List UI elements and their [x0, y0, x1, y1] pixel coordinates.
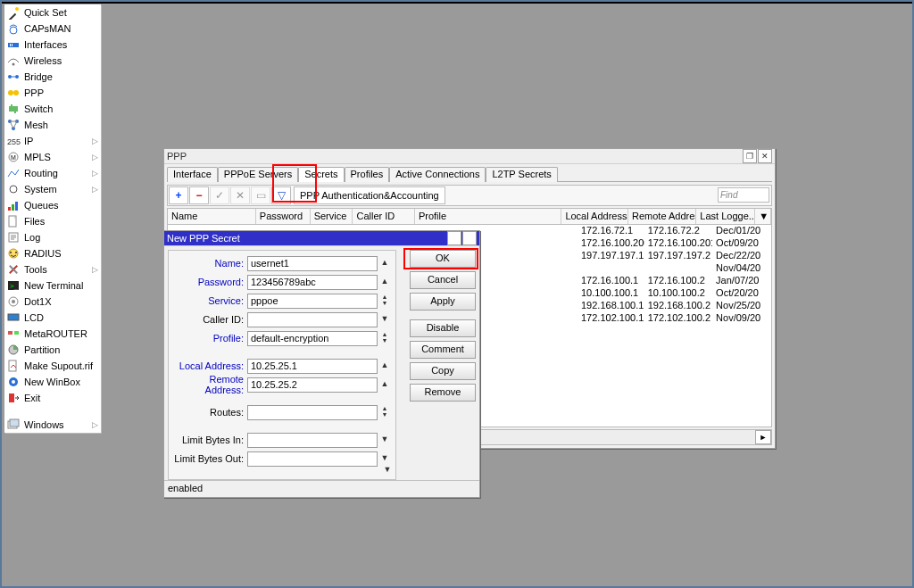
cell-local-address: 172.16.72.1	[577, 225, 644, 237]
tab-active-connections[interactable]: Active Connections	[389, 167, 486, 182]
limit-bytes-out-label: Limit Bytes Out:	[174, 453, 247, 464]
sidebar-item-switch[interactable]: Switch	[4, 101, 101, 117]
sidebar-item-ppp[interactable]: PPP	[4, 85, 101, 101]
chevron-right-icon: ▷	[92, 153, 98, 161]
callerid-toggle-icon[interactable]: ▼	[379, 313, 390, 326]
dialog-close-button[interactable]: ✕	[462, 231, 477, 245]
restore-button[interactable]: ❐	[743, 149, 757, 163]
cell-last-logged: Nov/04/20	[712, 262, 771, 275]
ppp-auth-accounting-button[interactable]: PPP Authentication&Accounting	[294, 186, 445, 204]
secrets-table-header[interactable]: NamePasswordServiceCaller IDProfileLocal…	[167, 208, 772, 225]
tab-profiles[interactable]: Profiles	[345, 167, 390, 182]
remote-address-input[interactable]	[247, 377, 378, 393]
remote-toggle-icon[interactable]: ▲	[379, 378, 390, 391]
column-header-service[interactable]: Service	[311, 209, 353, 224]
sort-indicator-icon[interactable]: ▼	[755, 209, 771, 224]
disable-button[interactable]: ✕	[230, 186, 250, 204]
routes-input[interactable]	[247, 405, 378, 420]
sidebar-item-make-supout-rif[interactable]: Make Supout.rif	[4, 358, 101, 374]
sidebar-item-ip[interactable]: 255IP▷	[4, 133, 101, 149]
lbout-toggle-icon[interactable]: ▼	[379, 452, 390, 465]
service-down-icon[interactable]: ▼	[379, 301, 390, 307]
scroll-right-button[interactable]: ►	[755, 430, 771, 444]
column-header-password[interactable]: Password	[256, 209, 311, 224]
tab-interface[interactable]: Interface	[167, 167, 218, 182]
column-header-caller-id[interactable]: Caller ID	[353, 209, 414, 224]
sidebar-item-log[interactable]: Log	[4, 229, 101, 245]
sidebar-item-system[interactable]: System▷	[4, 181, 101, 197]
copy-button[interactable]: Copy	[410, 362, 476, 380]
sidebar-item-label: Windows	[24, 419, 64, 430]
sidebar-item-lcd[interactable]: LCD	[4, 310, 101, 326]
sidebar-item-new-terminal[interactable]: >_New Terminal	[4, 277, 101, 294]
sidebar-item-interfaces[interactable]: Interfaces	[4, 37, 101, 53]
sidebar-item-radius[interactable]: RADIUS	[4, 245, 101, 261]
cell-remote-address: 172.102.100.2	[644, 312, 712, 325]
sidebar-item-windows[interactable]: Windows▷	[4, 417, 101, 433]
part-icon	[6, 343, 21, 357]
sidebar-item-mesh[interactable]: Mesh	[4, 117, 101, 133]
tab-secrets[interactable]: Secrets	[298, 167, 344, 182]
dialog-restore-button[interactable]: ❐	[447, 231, 461, 245]
column-header-profile[interactable]: Profile	[415, 209, 561, 224]
sidebar-item-exit[interactable]: Exit	[4, 390, 101, 406]
name-input[interactable]	[247, 256, 378, 271]
remove-button[interactable]: −	[189, 186, 209, 204]
sidebar-item-files[interactable]: Files	[4, 213, 101, 229]
callerid-input[interactable]	[247, 312, 378, 327]
name-dropdown-icon[interactable]: ▲	[379, 257, 390, 269]
tab-l2tp-secrets[interactable]: L2TP Secrets	[486, 167, 557, 182]
column-header-name[interactable]: Name	[168, 209, 256, 224]
scroll-down-icon[interactable]: ▼	[382, 464, 393, 476]
filter-button[interactable]: ▽	[271, 186, 291, 204]
ppp-window-title: PPP	[167, 151, 187, 161]
mesh-icon	[6, 118, 21, 132]
close-button[interactable]: ✕	[758, 149, 772, 163]
sidebar-item-wireless[interactable]: Wireless	[4, 53, 101, 69]
cell-remote-address: 172.16.100.2	[644, 275, 712, 287]
windows-icon	[6, 418, 21, 432]
disable-button[interactable]: Disable	[410, 319, 476, 337]
limit-bytes-out-input[interactable]	[247, 451, 378, 467]
sidebar-item-tools[interactable]: Tools▷	[4, 261, 101, 277]
tab-pppoe-servers[interactable]: PPPoE Servers	[218, 167, 298, 182]
chevron-right-icon: ▷	[92, 265, 98, 274]
local-toggle-icon[interactable]: ▲	[379, 360, 390, 372]
apply-button[interactable]: Apply	[410, 293, 476, 311]
sidebar-item-metarouter[interactable]: MetaROUTER	[4, 326, 101, 342]
sidebar-item-routing[interactable]: Routing▷	[4, 165, 101, 181]
column-header-local-address[interactable]: Local Address	[561, 209, 628, 224]
remove-button[interactable]: Remove	[410, 384, 476, 402]
dialog-titlebar[interactable]: New PPP Secret ❐ ✕	[164, 231, 479, 246]
svg-point-8	[15, 75, 19, 79]
find-field[interactable]: Find	[718, 187, 769, 203]
password-input[interactable]	[247, 275, 378, 290]
routes-down-icon[interactable]: ▼	[379, 412, 390, 418]
comment-button[interactable]: Comment	[410, 341, 476, 359]
profile-input[interactable]	[247, 331, 378, 346]
sidebar-item-queues[interactable]: Queues	[4, 197, 101, 213]
sidebar-item-new-winbox[interactable]: New WinBox	[4, 374, 101, 390]
sidebar-item-quick-set[interactable]: Quick Set	[4, 4, 101, 21]
service-input[interactable]	[247, 294, 378, 309]
local-address-input[interactable]	[247, 359, 378, 374]
lbin-toggle-icon[interactable]: ▼	[379, 434, 390, 446]
profile-down-icon[interactable]: ▼	[379, 338, 390, 344]
password-toggle-icon[interactable]: ▲	[379, 276, 390, 288]
column-header-remote-address[interactable]: Remote Address	[628, 209, 696, 224]
add-button[interactable]: +	[169, 186, 188, 204]
sidebar-item-partition[interactable]: Partition	[4, 342, 101, 358]
comment-button[interactable]: ▭	[251, 186, 270, 204]
sidebar-item-bridge[interactable]: Bridge	[4, 69, 101, 85]
ok-button[interactable]: OK	[410, 250, 476, 268]
cancel-button[interactable]: Cancel	[410, 271, 476, 289]
ppp-window-titlebar[interactable]: PPP ❐ ✕	[164, 149, 775, 164]
sidebar-item-mpls[interactable]: MMPLS▷	[4, 149, 101, 165]
limit-bytes-in-input[interactable]	[247, 433, 378, 448]
enable-button[interactable]: ✓	[210, 186, 229, 204]
sidebar-item-capsman[interactable]: CAPsMAN	[4, 21, 101, 37]
column-header-last-logge-[interactable]: Last Logge...	[696, 209, 755, 224]
sidebar-item-dot1x[interactable]: Dot1X	[4, 294, 101, 310]
callerid-label: Caller ID:	[174, 314, 247, 325]
sidebar-item-label: RADIUS	[24, 248, 62, 259]
